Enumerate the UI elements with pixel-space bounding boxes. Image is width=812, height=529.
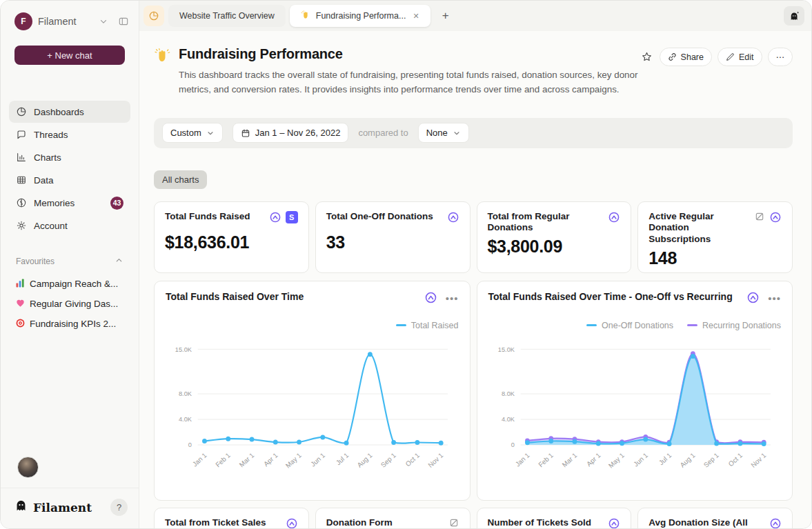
workspace-name: Filament xyxy=(38,16,77,27)
kpi-title: Donation Form Conversion xyxy=(326,517,443,528)
new-chat-button[interactable]: + New chat xyxy=(14,46,125,65)
sidebar-item-label: Threads xyxy=(34,130,68,140)
chart-legend: One-Off DonationsRecurring Donations xyxy=(488,321,782,330)
chart-card-total-funds-over-time: Total Funds Raised Over Time ••• Total R… xyxy=(154,281,471,501)
new-tab-button[interactable]: + xyxy=(436,6,455,26)
sidebar-item-dashboards[interactable]: Dashboards xyxy=(9,101,130,123)
sidebar-item-memories[interactable]: Memories 43 xyxy=(9,192,130,214)
workspace-switcher[interactable]: F Filament xyxy=(1,1,139,30)
svg-text:Oct 1: Oct 1 xyxy=(726,451,744,468)
kpi-card-total-one-off-donations: Total One-Off Donations 33 xyxy=(315,201,471,273)
favourite-item-campaign-reach[interactable]: Campaign Reach &... xyxy=(1,274,139,294)
svg-text:Jan 1: Jan 1 xyxy=(191,451,208,468)
main-area: Website Traffic Overview Fundraising Per… xyxy=(139,1,811,528)
kpi-card-total-funds-raised: Total Funds Raised S $18,636.01 xyxy=(154,201,309,273)
kpi-row: Total Funds Raised S $18,636.01 Total On… xyxy=(154,201,793,273)
collapse-sidebar-icon[interactable] xyxy=(118,16,129,27)
close-tab-icon[interactable]: ✕ xyxy=(413,12,419,21)
favourite-item-fundraising-kpis[interactable]: Fundraising KPIs 2... xyxy=(1,314,139,334)
sidebar-item-threads[interactable]: Threads xyxy=(9,123,130,146)
legend-item[interactable]: Recurring Donations xyxy=(687,321,781,330)
favourite-item-label: Campaign Reach &... xyxy=(30,279,118,289)
comparison-select[interactable]: None xyxy=(418,123,469,143)
tab-website-traffic-overview[interactable]: Website Traffic Overview xyxy=(168,5,286,27)
tab-bar: Website Traffic Overview Fundraising Per… xyxy=(139,1,811,31)
svg-text:Sep 1: Sep 1 xyxy=(702,451,720,469)
legend-label: Total Raised xyxy=(411,321,459,330)
svg-text:Jul 1: Jul 1 xyxy=(335,451,350,466)
dashboard-home-button[interactable] xyxy=(143,6,164,26)
circle-up-icon[interactable] xyxy=(447,211,459,226)
target-emoji-icon xyxy=(16,319,25,330)
circle-up-icon[interactable] xyxy=(746,291,760,307)
pencil-icon xyxy=(726,52,735,61)
more-options-button[interactable]: ⋯ xyxy=(768,48,793,66)
kpi-card-total-regular-donations: Total from Regular Donations $3,800.09 xyxy=(477,201,632,273)
calendar-icon xyxy=(241,128,250,138)
circle-up-icon[interactable] xyxy=(608,211,620,226)
svg-text:Aug 1: Aug 1 xyxy=(355,451,373,469)
favourites-header[interactable]: Favourites xyxy=(1,256,139,267)
svg-text:May 1: May 1 xyxy=(606,451,625,469)
edit-button[interactable]: Edit xyxy=(717,48,762,66)
app-window: F Filament + New chat Dashboards Thre xyxy=(0,0,812,529)
waving-hand-icon xyxy=(301,10,310,22)
svg-text:8.0K: 8.0K xyxy=(179,390,192,397)
svg-text:Oct 1: Oct 1 xyxy=(404,451,422,468)
sidebar-item-label: Charts xyxy=(34,152,61,163)
chevron-up-icon[interactable] xyxy=(115,256,123,267)
pie-chart-icon xyxy=(16,106,27,117)
page-description: This dashboard tracks the overall state … xyxy=(179,68,640,97)
range-type-value: Custom xyxy=(170,128,201,138)
table-icon xyxy=(16,174,27,186)
header-actions: Share Edit ⋯ xyxy=(640,46,793,66)
svg-text:Apr 1: Apr 1 xyxy=(584,451,602,468)
chart-more-button[interactable]: ••• xyxy=(446,295,459,302)
svg-text:Jan 1: Jan 1 xyxy=(513,451,531,468)
tab-fundraising-performance[interactable]: Fundraising Performa... ✕ xyxy=(290,5,430,27)
sidebar-item-charts[interactable]: Charts xyxy=(9,146,130,168)
star-icon[interactable] xyxy=(640,50,654,64)
circle-up-icon[interactable] xyxy=(769,517,782,528)
sidebar-bottom: Filament ? xyxy=(1,457,139,528)
kpi-title: Total from Ticket Sales xyxy=(165,517,266,528)
legend-dash xyxy=(396,324,406,326)
favourites-list: Campaign Reach &... Regular Giving Das..… xyxy=(1,274,139,334)
svg-text:Mar 1: Mar 1 xyxy=(237,451,255,468)
chevron-down-icon[interactable] xyxy=(99,17,108,26)
memories-count-badge: 43 xyxy=(110,197,123,210)
date-range-type-select[interactable]: Custom xyxy=(162,123,223,143)
help-button[interactable]: ? xyxy=(110,499,128,516)
compared-to-label: compared to xyxy=(358,128,408,138)
share-button[interactable]: Share xyxy=(660,48,712,66)
chevron-down-icon xyxy=(453,129,461,137)
page-title: Fundraising Performance xyxy=(179,46,640,62)
circle-up-icon[interactable] xyxy=(608,517,620,528)
circle-up-icon[interactable] xyxy=(269,211,281,226)
chart-title: Total Funds Raised Over Time - One-Off v… xyxy=(488,291,733,302)
legend-item[interactable]: Total Raised xyxy=(396,321,459,330)
circle-up-icon[interactable] xyxy=(286,517,298,528)
all-charts-chip[interactable]: All charts xyxy=(154,170,207,189)
legend-item[interactable]: One-Off Donations xyxy=(586,321,673,330)
circle-up-icon[interactable] xyxy=(424,291,437,307)
ai-assistant-button[interactable] xyxy=(784,6,804,26)
favourite-item-regular-giving[interactable]: Regular Giving Das... xyxy=(1,294,139,314)
bar-chart-icon xyxy=(16,152,27,163)
svg-text:Nov 1: Nov 1 xyxy=(426,451,444,469)
bottom-kpi-row: Total from Ticket Sales Donation Form Co… xyxy=(154,508,793,528)
sidebar-item-account[interactable]: Account xyxy=(9,214,130,237)
chart-legend: Total Raised xyxy=(166,321,459,330)
line-chart-total-raised: 04.0K8.0K15.0KJan 1Feb 1Mar 1Apr 1May 1J… xyxy=(166,333,459,481)
sidebar-item-data[interactable]: Data xyxy=(9,169,130,191)
user-avatar[interactable] xyxy=(17,457,39,478)
svg-text:0: 0 xyxy=(188,441,192,448)
gear-icon xyxy=(16,220,27,231)
kpi-title: Total One-Off Donations xyxy=(326,211,433,226)
kpi-card-ticket-sales: Total from Ticket Sales xyxy=(154,508,309,528)
date-range-picker[interactable]: Jan 1 – Nov 26, 2022 xyxy=(232,123,349,143)
chart-more-button[interactable]: ••• xyxy=(768,295,781,302)
tab-label: Fundraising Performa... xyxy=(316,11,406,21)
circle-up-icon[interactable] xyxy=(769,211,782,226)
svg-text:Sep 1: Sep 1 xyxy=(379,451,397,469)
